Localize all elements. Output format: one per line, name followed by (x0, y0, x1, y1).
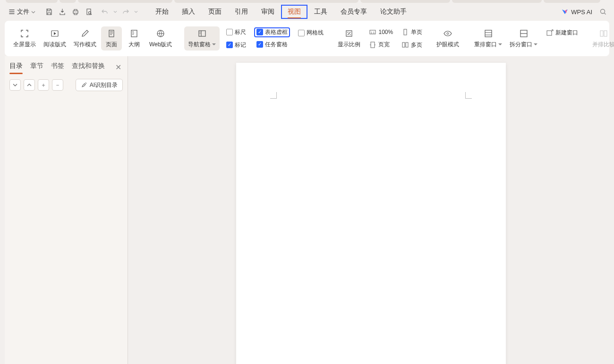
tab-tools[interactable]: 工具 (307, 5, 334, 19)
task-pane-checkbox[interactable]: 任务窗格 (255, 40, 290, 50)
split-button[interactable]: 拆分窗口 (507, 26, 540, 51)
read-mode-label: 阅读版式 (43, 41, 66, 49)
save-button[interactable] (43, 6, 55, 18)
tab-stub[interactable] (544, 0, 600, 3)
svg-rect-19 (547, 31, 552, 35)
redo-button[interactable] (119, 6, 132, 18)
print-button[interactable] (69, 6, 82, 18)
undo-button[interactable] (99, 6, 111, 18)
ai-icon (81, 82, 87, 88)
tab-stub[interactable] (360, 0, 450, 3)
gridlines-checkbox[interactable]: 网格线 (296, 28, 325, 38)
outline-button[interactable]: 大纲 (124, 26, 145, 51)
wps-ai-button[interactable]: WPS AI (561, 8, 592, 16)
expand-down-button[interactable] (9, 79, 21, 91)
page-icon (106, 28, 117, 39)
panel-tab-find[interactable]: 查找和替换 (72, 60, 105, 74)
tab-stub[interactable] (60, 0, 76, 3)
save-icon (45, 8, 53, 16)
task-pane-label: 任务窗格 (265, 41, 288, 49)
undo-dropdown[interactable] (112, 6, 119, 18)
tab-view[interactable]: 视图 (281, 5, 307, 19)
plus-icon: ＋ (41, 81, 46, 89)
compare-icon (598, 28, 609, 39)
file-menu-label: 文件 (17, 8, 29, 16)
chevron-up-icon (27, 83, 32, 87)
checkbox-icon (226, 42, 233, 48)
navigation-panel: 目录 章节 书签 查找和替换 ✕ ＋ － AI识别目录 (5, 56, 128, 364)
tab-thesis[interactable]: 论文助手 (374, 5, 413, 19)
play-icon (50, 28, 60, 39)
tab-member[interactable]: 会员专享 (334, 5, 374, 19)
outline-icon (129, 28, 139, 39)
tab-insert[interactable]: 插入 (175, 5, 202, 19)
multi-page-button[interactable]: 多页 (400, 40, 424, 50)
zoom-ratio-button[interactable]: 显示比例 (335, 26, 363, 51)
page-width-label: 页宽 (378, 41, 390, 49)
rearrange-label: 重排窗口 (474, 41, 502, 49)
panel-tab-toc[interactable]: 目录 (9, 60, 23, 74)
preview-icon (85, 8, 93, 16)
tab-stub[interactable] (6, 0, 58, 3)
side-by-side-label: 并排比较 (592, 41, 614, 49)
svg-rect-20 (600, 31, 603, 36)
svg-rect-21 (604, 31, 607, 36)
chevron-down-icon (31, 10, 35, 14)
nav-pane-button[interactable]: 导航窗格 (184, 26, 220, 51)
single-page-icon (401, 28, 409, 36)
tab-page[interactable]: 页面 (202, 5, 228, 19)
write-mode-button[interactable]: 写作模式 (71, 26, 99, 51)
checkbox-icon (256, 41, 263, 48)
marks-checkbox[interactable]: 标记 (224, 40, 248, 50)
multi-page-icon (401, 41, 409, 49)
page-width-button[interactable]: 页宽 (367, 40, 395, 50)
export-button[interactable] (56, 6, 68, 18)
side-by-side-button: 并排比较 (589, 26, 614, 51)
document-area[interactable] (128, 56, 614, 364)
tab-stub[interactable] (174, 0, 358, 3)
svg-point-8 (348, 32, 349, 33)
panel-close-button[interactable]: ✕ (113, 62, 123, 72)
tab-review[interactable]: 审阅 (255, 5, 281, 19)
add-button[interactable]: ＋ (38, 79, 49, 91)
tab-stub[interactable] (78, 0, 172, 3)
page-view-label: 页面 (106, 41, 117, 49)
page-view-button[interactable]: 页面 (101, 26, 122, 51)
ai-toc-button[interactable]: AI识别目录 (76, 79, 123, 91)
ruler-checkbox[interactable]: 标尺 (224, 27, 248, 37)
panel-tab-bookmark[interactable]: 书签 (51, 60, 64, 74)
web-view-label: Web版式 (149, 41, 172, 49)
search-button[interactable] (597, 6, 609, 18)
zoom-100-button[interactable]: 1:1100% (367, 27, 395, 37)
svg-point-9 (350, 34, 351, 35)
redo-icon (122, 8, 129, 16)
new-window-icon (546, 29, 554, 37)
tab-start[interactable]: 开始 (149, 5, 175, 19)
ai-toc-label: AI识别目录 (90, 81, 118, 89)
read-mode-button[interactable]: 阅读版式 (41, 26, 69, 51)
web-view-button[interactable]: Web版式 (146, 26, 175, 51)
fullscreen-button[interactable]: 全屏显示 (10, 26, 39, 51)
tab-reference[interactable]: 引用 (228, 5, 255, 19)
one-to-one-icon: 1:1 (369, 28, 376, 36)
menu-bar: 文件 开始 插入 页面 引用 审阅 视图 工具 会员专享 论文助手 WPS AI (0, 3, 614, 21)
table-frame-checkbox[interactable]: 表格虚框 (255, 28, 290, 37)
pencil-icon (80, 28, 90, 39)
expand-up-button[interactable] (24, 79, 35, 91)
eye-care-button[interactable]: 护眼模式 (434, 26, 462, 51)
new-window-button[interactable]: 新建窗口 (544, 28, 580, 38)
redo-dropdown[interactable] (133, 6, 139, 18)
single-page-button[interactable]: 单页 (400, 27, 424, 37)
file-menu-button[interactable]: 文件 (5, 6, 39, 18)
minus-icon: － (55, 81, 60, 89)
rearrange-button[interactable]: 重排窗口 (471, 26, 505, 51)
preview-button[interactable] (83, 6, 95, 18)
close-icon: ✕ (115, 63, 121, 72)
panel-tab-section[interactable]: 章节 (30, 60, 43, 74)
svg-rect-15 (406, 42, 408, 47)
remove-button[interactable]: － (52, 79, 63, 91)
menu-right: WPS AI (561, 6, 609, 18)
gridlines-label: 网格线 (307, 29, 324, 37)
document-page[interactable] (236, 63, 506, 364)
tab-stub[interactable] (452, 0, 542, 3)
